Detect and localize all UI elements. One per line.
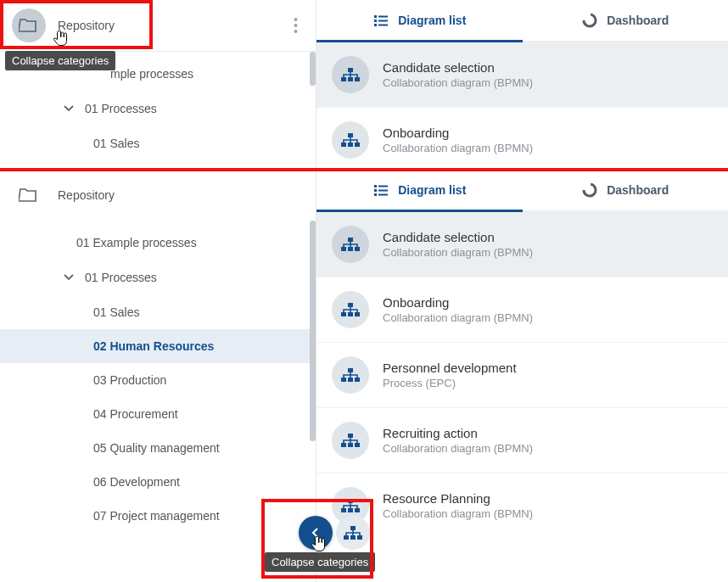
tab-label: Dashboard	[607, 183, 669, 197]
top-panel: Repository mple processes 01 Processes 0…	[0, 0, 728, 170]
org-icon	[332, 226, 369, 263]
list-item-title: Candidate selection	[383, 230, 533, 244]
tree-item-label: 07 Project management	[93, 509, 220, 523]
list-item-title: Onboarding	[383, 295, 533, 310]
tree-item[interactable]: 06 Development	[0, 465, 316, 499]
list-item-subtitle: Collaboration diagram (BPMN)	[383, 507, 533, 520]
tree-item[interactable]: 03 Production	[0, 363, 316, 397]
org-icon	[332, 422, 369, 459]
list-icon	[372, 13, 389, 28]
tree-item-label: 05 Quality management	[93, 441, 220, 455]
list-item-subtitle: Collaboration diagram (BPMN)	[383, 246, 533, 259]
list-item-title: Onboarding	[383, 126, 533, 140]
scrollbar-thumb[interactable]	[310, 221, 316, 441]
tree-item[interactable]: 05 Quality management	[0, 431, 316, 465]
bottom-main: Diagram list Dashboard Candidate selecti…	[316, 170, 728, 582]
repository-label: Repository	[58, 188, 304, 202]
chevron-down-icon	[61, 101, 76, 116]
tree-item-label: 01 Sales	[93, 137, 139, 150]
tree-item-processes[interactable]: 01 Processes	[0, 91, 316, 126]
list-item[interactable]: Resource Planning Collaboration diagram …	[316, 473, 728, 538]
list-item[interactable]: Candidate selection Collaboration diagra…	[316, 212, 728, 277]
tab-label: Dashboard	[607, 14, 669, 27]
tab-dashboard[interactable]: Dashboard	[523, 170, 729, 210]
tooltip: Collapse categories	[265, 552, 375, 572]
repository-header: Repository	[0, 0, 316, 52]
repository-icon-button[interactable]	[12, 178, 46, 212]
list-icon	[372, 182, 389, 198]
repository-header: Repository	[0, 170, 316, 221]
svg-point-12	[294, 24, 297, 27]
tree-item-label: 01 Example processes	[76, 236, 197, 249]
category-tree: 01 Example processes 01 Processes 01 Sal…	[0, 221, 316, 538]
tab-diagram-list[interactable]: Diagram list	[316, 170, 523, 210]
org-icon	[332, 356, 369, 394]
list-item[interactable]: Candidate selection Collaboration diagra…	[316, 42, 728, 108]
annotation-divider	[0, 168, 728, 171]
tree-item-label: 01 Processes	[85, 102, 157, 115]
list-item[interactable]: Recruiting action Collaboration diagram …	[316, 408, 728, 473]
tab-diagram-list[interactable]: Diagram list	[316, 0, 523, 41]
tree-item-example[interactable]: 01 Example processes	[0, 226, 316, 260]
org-icon	[332, 291, 369, 328]
top-sidebar: Repository mple processes 01 Processes 0…	[0, 0, 316, 170]
tab-bar: Diagram list Dashboard	[316, 170, 728, 212]
collapse-categories-button[interactable]	[299, 516, 333, 550]
dashboard-icon	[581, 12, 598, 29]
tab-label: Diagram list	[398, 183, 466, 197]
diagram-list: Candidate selection Collaboration diagra…	[316, 42, 728, 173]
diagram-list: Candidate selection Collaboration diagra…	[316, 212, 728, 538]
list-item-title: Personnel development	[383, 361, 517, 375]
list-item-title: Resource Planning	[383, 491, 533, 506]
list-item-subtitle: Collaboration diagram (BPMN)	[383, 311, 533, 324]
list-item[interactable]: Personnel development Process (EPC)	[316, 343, 728, 408]
svg-point-11	[294, 18, 297, 21]
tree-item-label: 04 Procurement	[93, 407, 178, 421]
list-item-subtitle: Process (EPC)	[383, 377, 517, 389]
tree-item-label: 03 Production	[93, 373, 166, 387]
tree-item-label: 01 Sales	[93, 305, 139, 319]
fab-adjacent-icon[interactable]	[336, 516, 370, 550]
scrollbar-thumb[interactable]	[310, 52, 316, 86]
more-menu-button[interactable]	[287, 14, 304, 37]
org-icon	[332, 56, 369, 93]
tree-item-label: 01 Processes	[85, 271, 157, 284]
tree-item-label: 06 Development	[93, 475, 180, 489]
list-item[interactable]: Onboarding Collaboration diagram (BPMN)	[316, 277, 728, 343]
list-item-text: Candidate selection Collaboration diagra…	[383, 60, 533, 89]
tooltip: Collapse categories	[5, 51, 115, 70]
list-item-subtitle: Collaboration diagram (BPMN)	[383, 442, 533, 455]
dashboard-icon	[581, 182, 598, 199]
repository-label: Repository	[58, 19, 287, 32]
list-item-text: Onboarding Collaboration diagram (BPMN)	[383, 126, 533, 154]
org-icon	[332, 121, 369, 159]
tree-item[interactable]: 07 Project management	[0, 499, 316, 533]
bottom-panel: Repository 01 Example processes 01 Proce…	[0, 170, 728, 582]
bottom-sidebar: Repository 01 Example processes 01 Proce…	[0, 170, 316, 582]
list-item-title: Recruiting action	[383, 426, 533, 440]
tree-item[interactable]: 01 Sales	[0, 295, 316, 329]
chevron-down-icon	[61, 270, 76, 285]
list-item-subtitle: Collaboration diagram (BPMN)	[383, 76, 533, 89]
tree-item-label: 02 Human Resources	[93, 339, 214, 353]
list-item-title: Candidate selection	[383, 60, 533, 75]
tab-bar: Diagram list Dashboard	[316, 0, 728, 42]
top-main: Diagram list Dashboard Candidate selecti…	[316, 0, 728, 170]
list-item[interactable]: Onboarding Collaboration diagram (BPMN)	[316, 108, 728, 173]
list-item-subtitle: Collaboration diagram (BPMN)	[383, 142, 533, 154]
tree-item[interactable]: 04 Procurement	[0, 397, 316, 431]
tree-item-sales[interactable]: 01 Sales	[0, 126, 316, 160]
tab-dashboard[interactable]: Dashboard	[523, 0, 729, 41]
svg-point-13	[294, 30, 297, 33]
tree-item-label: mple processes	[110, 67, 193, 81]
tree-item-processes[interactable]: 01 Processes	[0, 260, 316, 295]
tree-item[interactable]: 02 Human Resources	[0, 329, 316, 363]
tab-label: Diagram list	[398, 14, 466, 27]
repository-icon-button[interactable]	[12, 8, 46, 42]
